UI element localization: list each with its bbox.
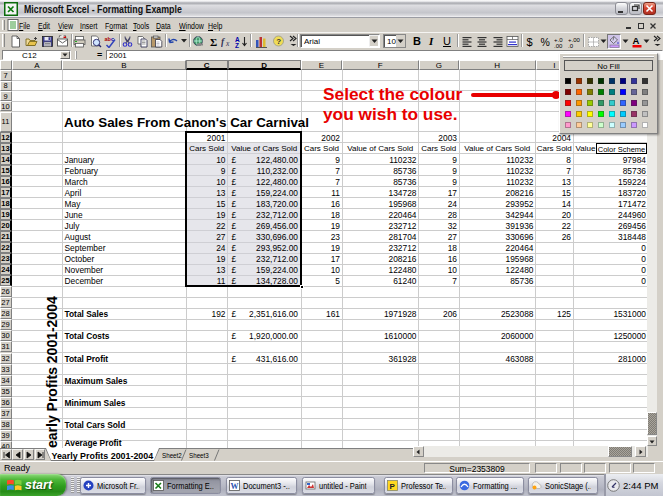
svg-text:A: A [633,35,640,46]
svg-text:.0: .0 [568,43,574,48]
svg-text:Σ: Σ [210,36,217,48]
svg-text:$: $ [527,36,533,48]
svg-text:P: P [390,481,396,490]
svg-text:.00: .00 [554,43,563,48]
svg-text:%: % [541,36,550,48]
svg-text:?: ? [276,37,281,46]
svg-text:Z: Z [235,42,239,48]
svg-text:W: W [231,481,239,490]
svg-text:f: f [221,37,225,47]
svg-text:x: x [225,39,230,48]
